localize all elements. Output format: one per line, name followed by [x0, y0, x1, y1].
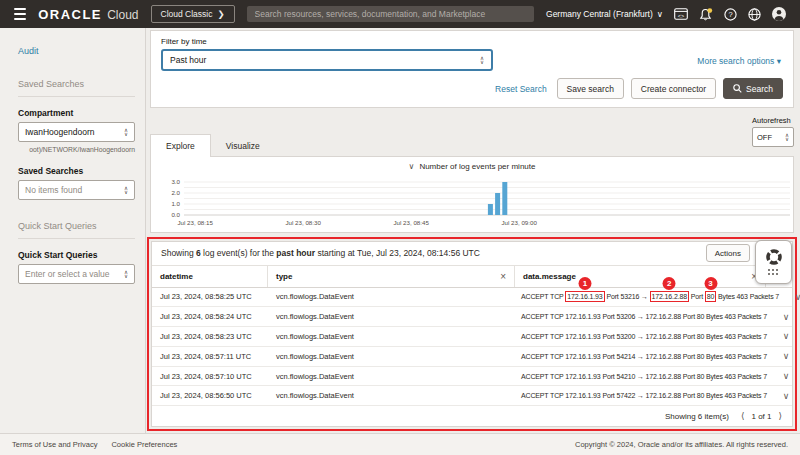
cell-type: vcn.flowlogs.DataEvent	[268, 332, 515, 341]
search-button-label: Search	[746, 84, 773, 94]
help-icon[interactable]: ?	[724, 8, 737, 21]
tab-visualize[interactable]: Visualize	[211, 134, 275, 157]
expand-row-icon[interactable]: ∨	[783, 331, 790, 341]
tab-explore[interactable]: Explore	[150, 134, 211, 157]
cell-type: vcn.flowlogs.DataEvent	[268, 372, 515, 381]
chevron-right-icon: ❯	[217, 9, 224, 19]
next-page-icon[interactable]: ⟩	[778, 411, 782, 421]
cell-type: vcn.flowlogs.DataEvent	[268, 391, 515, 400]
life-ring-icon	[765, 248, 783, 266]
main-content: Filter by time Past hour ∧∨ More search …	[146, 28, 800, 433]
column-header-type[interactable]: type×	[268, 266, 515, 287]
brand-name: ORACLE	[38, 7, 102, 22]
saved-searches-value: No items found	[25, 185, 82, 195]
top-header: ORACLE Cloud Cloud Classic ❯ Germany Cen…	[0, 0, 800, 28]
cell-message: ACCEPT TCP 172.16.1.93 Port 57422 → 172.…	[515, 392, 773, 399]
create-connector-button[interactable]: Create connector	[631, 78, 716, 99]
time-filter-value: Past hour	[170, 55, 206, 65]
search-icon	[733, 84, 742, 93]
cell-message: ACCEPT TCP 172.16.1.93 Port 53206 → 172.…	[515, 313, 773, 320]
cell-message: ACCEPT TCP 172.16.1.93 Port 54214 → 172.…	[515, 353, 773, 360]
drag-handle-dots-icon	[768, 269, 780, 277]
save-search-button[interactable]: Save search	[557, 78, 624, 99]
expand-row-icon[interactable]: ∨	[783, 391, 790, 401]
autorefresh-label: Autorefresh	[752, 116, 794, 125]
log-events-table: Showing 6 log event(s) for the past hour…	[151, 241, 793, 427]
chart-title: Number of log events per minute	[419, 162, 535, 171]
table-row: Jul 23, 2024, 08:56:50 UTC vcn.flowlogs.…	[152, 386, 792, 406]
table-row: Jul 23, 2024, 08:57:10 UTC vcn.flowlogs.…	[152, 367, 792, 387]
table-row: Jul 23, 2024, 08:57:11 UTC vcn.flowlogs.…	[152, 347, 792, 367]
saved-searches-label: Saved Searches	[18, 166, 135, 176]
svg-text:3.0: 3.0	[171, 178, 180, 185]
filter-by-time-label: Filter by time	[161, 37, 783, 46]
table-pagination: Showing 6 item(s) ⟨ 1 of 1 ⟩	[152, 406, 792, 426]
copyright-text: Copyright © 2024, Oracle and/or its affi…	[575, 440, 788, 449]
expand-row-icon[interactable]: ∨	[783, 351, 790, 361]
cell-datetime: Jul 23, 2024, 08:58:24 UTC	[152, 312, 268, 321]
table-row: Jul 23, 2024, 08:58:23 UTC vcn.flowlogs.…	[152, 327, 792, 347]
region-label: Germany Central (Frankfurt)	[546, 9, 653, 19]
annotation-badge-1: 1	[578, 277, 591, 290]
menu-icon[interactable]	[14, 8, 26, 20]
chevron-down-icon: ∨	[409, 162, 415, 171]
showing-items-label: Showing 6 item(s)	[665, 412, 729, 421]
saved-searches-select[interactable]: No items found ∧∨	[18, 180, 135, 200]
annotation-box-1: 1172.16.1.93	[565, 291, 604, 302]
notifications-icon[interactable]	[699, 8, 713, 21]
cell-datetime: Jul 23, 2024, 08:57:10 UTC	[152, 372, 268, 381]
previous-page-icon[interactable]: ⟨	[741, 411, 745, 421]
cell-type: vcn.flowlogs.DataEvent	[268, 312, 515, 321]
autorefresh-select[interactable]: OFF ∧∨	[752, 127, 794, 147]
select-caret-icon: ∧∨	[124, 186, 128, 195]
quick-start-section-header: Quick Start Queries	[18, 221, 135, 239]
region-selector[interactable]: Germany Central (Frankfurt) ∨	[546, 9, 663, 19]
screen-capture-overlay-widget[interactable]	[755, 240, 792, 284]
cell-message: ACCEPT TCP 1172.16.1.93 Port 53216 → 217…	[515, 291, 785, 302]
svg-text:?: ?	[728, 10, 732, 19]
left-sidebar: Audit Saved Searches Compartment IwanHoo…	[0, 28, 146, 433]
column-header-data-message[interactable]: data.message×	[515, 266, 766, 287]
cell-type: vcn.flowlogs.DataEvent	[268, 352, 515, 361]
quick-start-select[interactable]: Enter or select a value ∧∨	[18, 264, 135, 284]
search-button[interactable]: Search	[723, 78, 783, 99]
expand-row-icon[interactable]: ∨	[783, 371, 790, 381]
cookie-preferences-link[interactable]: Cookie Preferences	[111, 440, 177, 449]
compartment-value: IwanHoogendoorn	[25, 127, 94, 137]
svg-text:Jul 23, 08:45: Jul 23, 08:45	[393, 219, 429, 226]
expand-row-icon[interactable]: ∨	[795, 292, 800, 302]
brand-suffix: Cloud	[107, 8, 138, 22]
select-caret-icon: ∧∨	[480, 56, 484, 65]
clear-filter-icon[interactable]: ×	[500, 271, 506, 282]
audit-link[interactable]: Audit	[18, 46, 39, 56]
expand-row-icon[interactable]: ∨	[783, 312, 790, 322]
svg-text:Jul 23, 09:00: Jul 23, 09:00	[501, 219, 537, 226]
table-header-row: datetime type× data.message×	[152, 266, 792, 288]
actions-button[interactable]: Actions	[706, 244, 750, 262]
time-filter-select[interactable]: Past hour ∧∨	[161, 49, 493, 71]
language-globe-icon[interactable]	[748, 8, 761, 21]
user-avatar[interactable]	[772, 7, 786, 21]
terms-link[interactable]: Terms of Use and Privacy	[12, 440, 97, 449]
cell-type: vcn.flowlogs.DataEvent	[268, 292, 515, 301]
global-search-input[interactable]	[247, 6, 534, 22]
more-search-options-label: More search options	[697, 56, 774, 66]
svg-text:2.0: 2.0	[171, 189, 180, 196]
chevron-down-icon: ∨	[657, 9, 663, 19]
cloud-classic-button[interactable]: Cloud Classic ❯	[151, 5, 235, 23]
more-search-options-link[interactable]: More search options ▾	[697, 56, 781, 66]
svg-text:Jul 23, 08:30: Jul 23, 08:30	[285, 219, 321, 226]
chart-collapse-header[interactable]: ∨ Number of log events per minute	[151, 157, 793, 171]
caret-down-icon: ▾	[777, 56, 781, 66]
cell-datetime: Jul 23, 2024, 08:58:23 UTC	[152, 332, 268, 341]
annotation-badge-2: 2	[663, 277, 676, 290]
reset-search-link[interactable]: Reset Search	[495, 84, 547, 94]
saved-searches-section-header: Saved Searches	[18, 79, 135, 97]
compartment-select[interactable]: IwanHoogendoorn ∧∨	[18, 122, 135, 142]
results-summary: Showing 6 log event(s) for the past hour…	[152, 242, 792, 266]
annotation-badge-3: 3	[704, 277, 717, 290]
create-connector-label: Create connector	[641, 84, 706, 94]
cloud-shell-icon[interactable]: <>	[674, 8, 688, 20]
column-header-datetime[interactable]: datetime	[152, 266, 268, 287]
cell-datetime: Jul 23, 2024, 08:58:25 UTC	[152, 292, 268, 301]
